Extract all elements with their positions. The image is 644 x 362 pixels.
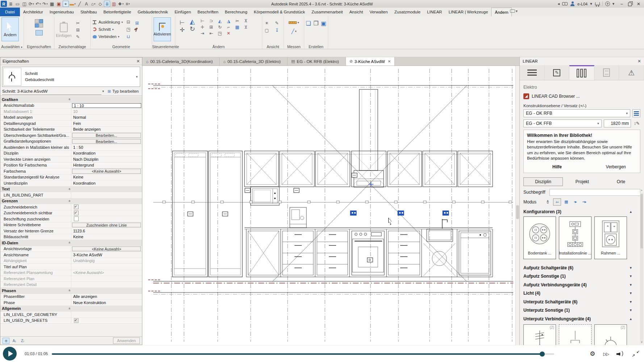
hide-link[interactable]: Verbergen [606, 164, 626, 169]
property-value[interactable]: Keine [71, 174, 142, 180]
activate-controls-button[interactable]: Aktivieren [154, 17, 171, 41]
ribbon-tab[interactable]: Architektur [20, 8, 46, 16]
exit-fullscreen-icon[interactable]: ↙ ↗ [632, 351, 639, 357]
property-value[interactable]: Keine [71, 234, 142, 240]
category-caret-icon[interactable]: ▼ [629, 283, 632, 287]
property-value[interactable] [74, 186, 142, 192]
property-row[interactable]: LIN_BUILDING_PART [0, 192, 142, 198]
document-tab[interactable]: 00.15-Cafeteria_3D(Koordination) [142, 57, 219, 66]
scope-tab[interactable]: Disziplin [523, 177, 563, 186]
ausklinkung-tool[interactable]: Ausklinkung▾ [92, 18, 123, 26]
search-input[interactable] [549, 189, 640, 196]
ribbon-tab[interactable]: LINEAR [424, 8, 446, 16]
property-value[interactable]: Zuschneiden ohne Linie [71, 222, 142, 228]
property-row[interactable]: Beschriftung zuschneiden [0, 216, 142, 222]
property-row[interactable]: Verdeckte Linien anzeigen Nach Disziplin [0, 156, 142, 163]
property-row[interactable]: Standardanzeigestil für Analyse Keine [0, 174, 142, 181]
drawing-area[interactable] [142, 66, 519, 345]
category-caret-icon[interactable]: ▼ [629, 266, 632, 270]
copy-icon[interactable]: ⊞ [208, 24, 214, 30]
property-value[interactable] [74, 97, 142, 102]
selected-element-dropdown[interactable]: Schnitt: 3-Küche ASvdW [2, 88, 101, 95]
align-large-icon[interactable]: ⊢ [179, 20, 185, 25]
mode-single-place-icon[interactable]: +▫ [553, 198, 561, 206]
match-type-icon[interactable]: ✎ [75, 34, 81, 40]
pin-icon[interactable]: ⊼ [243, 18, 249, 24]
property-value[interactable] [71, 312, 142, 317]
property-value[interactable]: Koordination [71, 151, 142, 156]
property-value[interactable] [71, 192, 142, 198]
mirror-pick-axis-icon[interactable]: ◭ [217, 18, 223, 24]
linear-tab-warnings[interactable]: ⚠ [619, 65, 644, 80]
properties-filter-icon[interactable]: ≣ [3, 338, 9, 344]
ribbon-tab[interactable]: Einfügen [171, 8, 194, 16]
mirror-draw-axis-icon[interactable]: ◮ [225, 18, 232, 24]
document-tab[interactable]: 3-Küche ASvdW ✕ [346, 57, 395, 66]
render-icon[interactable]: ◇ [97, 1, 103, 7]
category-caret-icon[interactable]: ▼ [629, 274, 632, 278]
ribbon-tab[interactable]: Zusammenarbeit [308, 8, 346, 16]
ribbon-tab[interactable]: Ansicht [346, 8, 366, 16]
property-row[interactable]: Überschreibungen Sichtbarkeit/Gra... Bea… [0, 132, 142, 139]
property-value[interactable]: Koordination [71, 180, 142, 186]
wall-join-icon[interactable]: ⊞ [134, 20, 140, 26]
property-row[interactable]: Zuschneidebereich [0, 204, 142, 210]
property-row[interactable]: Modell anzeigen Normal [0, 115, 142, 121]
ribbon-tab[interactable]: Ändern [491, 8, 512, 16]
open-file-icon[interactable]: ▭ [14, 1, 21, 7]
modify-button[interactable]: Ändern [1, 17, 19, 41]
help-menu-caret-icon[interactable]: ▾ [612, 1, 615, 6]
type-properties-icon[interactable] [35, 30, 43, 35]
user-avatar-icon[interactable] [570, 1, 575, 6]
property-row[interactable]: Abhängigkeit Unabhängig [0, 258, 142, 264]
close-hidden-windows-icon[interactable]: ▣ [56, 1, 62, 7]
offset-icon[interactable]: ⊃ [208, 18, 214, 24]
property-value[interactable]: Neue Konstruktion [71, 300, 142, 306]
sort-ascending-icon[interactable]: A↓ [11, 338, 18, 344]
document-tab[interactable]: 00.15-Cafeteria_3D (Elektro) [219, 57, 288, 66]
volume-icon[interactable] [616, 351, 624, 357]
property-value[interactable] [74, 306, 142, 312]
configurator-bodentank[interactable]: Bodentank ... [523, 216, 556, 259]
scroll-up-icon[interactable]: ∧ [640, 189, 643, 192]
property-value[interactable]: 1 : 10 [71, 103, 142, 109]
shorten-icon[interactable]: ⇤ [208, 30, 214, 36]
properties-close-icon[interactable]: ✕ [137, 59, 140, 64]
configurators-section-header[interactable]: Konfiguratoren (3) ▲ [523, 209, 640, 214]
sync-with-central-icon[interactable]: ⟳ [28, 1, 34, 7]
library-item-rj45[interactable]: RJ45 CAT6a [559, 324, 591, 345]
measure-ruler-icon[interactable]: ▾ [289, 21, 299, 24]
type-selector[interactable]: Schnitt Gebäudeschnitt ▾ [2, 67, 140, 87]
eyedropper-icon[interactable]: ✑ [545, 199, 551, 205]
demolish-hammer-icon[interactable] [134, 28, 139, 32]
copy-clipboard-icon[interactable]: ⊞ [75, 27, 81, 33]
category-caret-icon[interactable]: ▼ [629, 300, 632, 304]
property-row[interactable]: LIN_USED_IN_SHEETS [0, 318, 142, 324]
property-value[interactable] [71, 210, 142, 216]
property-row[interactable]: Position für Farbschema Hintergrund [0, 163, 142, 169]
category-row[interactable]: Unterputz Verbindungsgeräte (4) ▲ [523, 315, 640, 323]
paint-icon[interactable]: ◳ [125, 26, 131, 32]
property-value[interactable]: Alle anzeigen [71, 294, 142, 300]
measure-between-icon[interactable]: ╱▾ [292, 29, 297, 34]
properties-icon[interactable]: ≣ [8, 1, 14, 7]
reference-level-dropdown[interactable]: EG - OK FFB▾ [523, 119, 602, 127]
property-row[interactable]: Maßstabswert 1: 10 [0, 109, 142, 115]
mirror-large-icon[interactable]: ◭ [189, 19, 196, 25]
property-value[interactable]: 1 : 50 [71, 144, 142, 150]
help-link[interactable]: Hilfe [552, 164, 562, 169]
property-value[interactable]: Beide anzeigen [71, 127, 142, 132]
property-row[interactable]: Bildausschnitt Keine [0, 234, 142, 240]
mode-grid-place-icon[interactable]: ▦ [562, 198, 570, 206]
property-row[interactable]: Detaillierungsgrad Fein [0, 121, 142, 127]
property-row[interactable]: Text » [0, 186, 142, 193]
type-selector-caret-icon[interactable]: ▾ [136, 75, 138, 79]
store-cart-icon[interactable] [595, 2, 600, 6]
play-button[interactable] [3, 347, 17, 361]
property-value[interactable]: 10 [71, 109, 142, 114]
default-3d-view-icon[interactable]: ⌂ [90, 1, 96, 7]
ribbon-tab[interactable]: Zusatzmodule [391, 8, 424, 16]
property-value[interactable]: Bearbeiten... [71, 139, 142, 144]
scope-tab[interactable]: Projekt [563, 177, 602, 186]
scope-tab[interactable]: Orte [602, 177, 640, 186]
